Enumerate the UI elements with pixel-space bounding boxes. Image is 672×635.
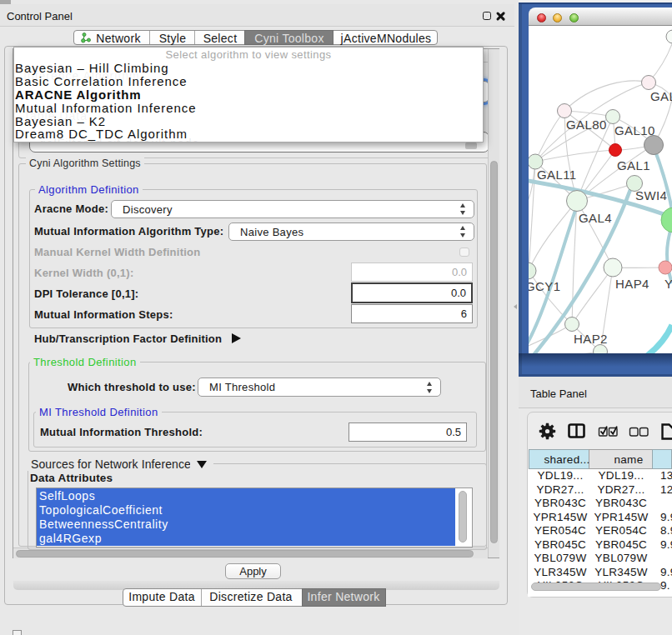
svg-text:HAP4: HAP4 bbox=[615, 277, 649, 291]
svg-text:GAL4: GAL4 bbox=[579, 211, 612, 225]
svg-text:HAP2: HAP2 bbox=[574, 332, 608, 346]
svg-text:GAL80: GAL80 bbox=[566, 118, 607, 132]
svg-text:SWI4: SWI4 bbox=[635, 188, 667, 202]
svg-text:GAL7: GAL7 bbox=[650, 89, 672, 103]
svg-text:GAL11: GAL11 bbox=[537, 168, 577, 182]
svg-text:YJ: YJ bbox=[664, 277, 672, 291]
svg-text:GAL10: GAL10 bbox=[614, 123, 655, 138]
svg-text:GAL1: GAL1 bbox=[617, 158, 650, 172]
svg-text:GCY1: GCY1 bbox=[529, 279, 560, 293]
